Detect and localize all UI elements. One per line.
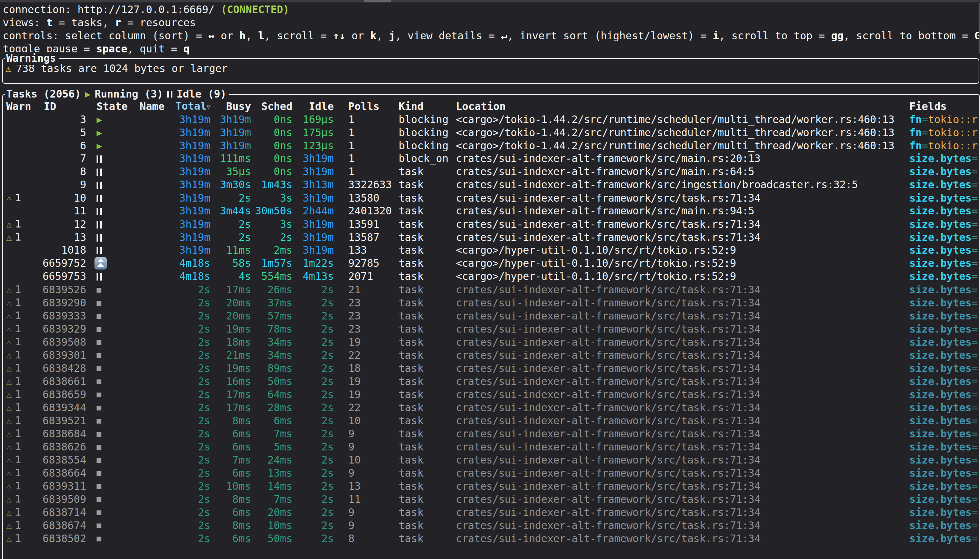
polls-count: 133 — [334, 244, 397, 257]
warn-cell: 1 — [6, 414, 38, 427]
duration-value: 2s — [198, 349, 210, 361]
task-row[interactable]: 168395262s17ms26ms2s21taskcrates/sui-ind… — [6, 283, 979, 296]
column-header-state[interactable]: State — [86, 100, 129, 113]
duration-value: 16ms — [226, 375, 251, 387]
help-segment: ↔ — [208, 30, 215, 42]
task-row[interactable]: 168393112s10ms14ms2s13taskcrates/sui-ind… — [6, 480, 979, 493]
task-id: 1018 — [38, 244, 86, 257]
terminal-right-scrollbar[interactable] — [978, 3, 980, 53]
task-row[interactable]: 66597534m18s4s554ms4m13s2071task<cargo>/… — [6, 270, 979, 283]
warn-count: 1 — [15, 480, 21, 492]
field-key: size.bytes — [909, 270, 972, 282]
terminal-top-scrollbar-thumb[interactable] — [364, 0, 391, 2]
task-row[interactable]: 168385542s7ms24ms2s10taskcrates/sui-inde… — [6, 453, 979, 466]
task-kind: task — [397, 362, 455, 375]
task-fields: size.bytes= — [905, 453, 980, 466]
task-row[interactable]: 1103h19m2s3s3h19m13580taskcrates/sui-ind… — [6, 191, 979, 204]
task-row[interactable]: 168393332s20ms57ms2s23taskcrates/sui-ind… — [6, 309, 979, 322]
field-key: size.bytes — [909, 218, 972, 230]
warn-count: 1 — [15, 322, 21, 335]
task-row[interactable]: 168392902s20ms37ms2s23taskcrates/sui-ind… — [6, 296, 979, 309]
column-header-fields[interactable]: Fields — [905, 100, 980, 113]
task-row[interactable]: 10183h19m11ms2ms3h19m133task<cargo>/hype… — [6, 244, 979, 257]
task-kind: task — [397, 165, 455, 178]
task-row[interactable]: 168386612s16ms50ms2s19taskcrates/sui-ind… — [6, 375, 979, 388]
field-key: size.bytes — [909, 415, 972, 427]
polls-count: 18 — [334, 362, 397, 375]
column-header-idle[interactable]: Idle — [292, 100, 334, 113]
field-equals: = — [972, 467, 978, 479]
column-header-name[interactable]: Name — [129, 100, 164, 113]
task-row[interactable]: 168395092s8ms7ms2s11taskcrates/sui-index… — [6, 493, 979, 506]
task-row[interactable]: 168395082s18ms34ms2s19taskcrates/sui-ind… — [6, 335, 979, 349]
task-row[interactable]: 168386642s6ms13ms2s9taskcrates/sui-index… — [6, 466, 979, 480]
help-segment: i — [713, 30, 719, 42]
task-row[interactable]: 168393292s19ms78ms2s23taskcrates/sui-ind… — [6, 322, 979, 335]
column-header-location[interactable]: Location — [455, 100, 905, 113]
total-duration: 2s — [164, 532, 210, 545]
warning-icon — [6, 427, 12, 440]
task-row[interactable]: 93h19m3m30s1m43s3h13m3322633taskcrates/s… — [6, 178, 979, 191]
terminal-top-scrollbar[interactable] — [0, 0, 980, 2]
controls-line: controls: select column (sort) = ↔ or h,… — [3, 29, 980, 42]
duration-value: 3h19m — [303, 165, 334, 177]
field-equals: = — [972, 402, 978, 413]
polls-count: 19 — [334, 336, 397, 349]
duration-value: 2s — [321, 533, 334, 544]
task-row[interactable]: 1123h19m2s3s3h19m13591taskcrates/sui-ind… — [6, 217, 979, 231]
column-header-label: State — [96, 100, 127, 112]
field-equals: = — [972, 270, 978, 282]
warn-count: 1 — [15, 506, 21, 518]
state-cell — [86, 349, 129, 362]
polls-count: 10 — [334, 453, 397, 466]
total-duration: 3h19m — [164, 204, 210, 217]
duration-value: 175µs — [303, 126, 334, 139]
warn-cell: 1 — [6, 335, 38, 349]
duration-value: 2s — [198, 493, 210, 505]
column-header-id[interactable]: ID — [38, 100, 86, 113]
task-id: 6838661 — [38, 375, 86, 388]
sched-duration: 0ns — [251, 152, 292, 165]
column-header-sched[interactable]: Sched — [251, 100, 292, 113]
field-equals: = — [972, 506, 978, 518]
task-kind: task — [397, 532, 455, 545]
warning-icon — [6, 440, 12, 453]
field-value: tokio::r — [928, 126, 978, 139]
task-row[interactable]: 168386742s8ms10ms2s9taskcrates/sui-index… — [6, 519, 979, 532]
task-row[interactable]: 53h19m3h19m0ns175µs1blocking<cargo>/toki… — [6, 126, 979, 139]
total-duration: 3h19m — [164, 165, 210, 178]
duration-value: 30m50s — [255, 205, 292, 217]
column-header-polls[interactable]: Polls — [334, 100, 397, 113]
total-duration: 3h19m — [164, 218, 210, 231]
task-row[interactable]: 168387142s6ms20ms2s9taskcrates/sui-index… — [6, 506, 979, 519]
task-row[interactable]: 73h19m111ms0ns3h19m1block_oncrates/sui-i… — [6, 152, 979, 165]
task-row[interactable]: 168386842s6ms7ms2s9taskcrates/sui-indexe… — [6, 427, 979, 440]
task-row[interactable]: 168393012s21ms34ms2s22taskcrates/sui-ind… — [6, 349, 979, 362]
state-cell — [86, 336, 129, 349]
task-row[interactable]: 1133h19m2s2s3h19m13587taskcrates/sui-ind… — [6, 231, 979, 244]
task-row[interactable]: 168395212s8ms6ms2s10taskcrates/sui-index… — [6, 414, 979, 427]
column-header-kind[interactable]: Kind — [397, 100, 455, 113]
polls-count: 23 — [334, 322, 397, 336]
task-row[interactable]: 113h19m3m44s30m50s2h44m2401320taskcrates… — [6, 204, 979, 217]
column-header-busy[interactable]: Busy — [210, 100, 251, 113]
busy-duration: 4s — [210, 270, 251, 283]
task-row[interactable]: 83h19m35µs0ns3h19m1taskcrates/sui-indexe… — [6, 165, 979, 178]
task-location: crates/sui-indexer-alt-framework/src/tas… — [455, 506, 905, 519]
task-row[interactable]: 66597524m18s58s1m57s1m22s92785task<cargo… — [6, 257, 979, 270]
duration-value: 2s — [321, 375, 334, 387]
task-row[interactable]: 168386592s17ms64ms2s19taskcrates/sui-ind… — [6, 388, 979, 401]
help-segment: h — [239, 30, 245, 42]
column-header-total[interactable]: Total▿ — [164, 99, 210, 113]
task-row[interactable]: 63h19m3h19m0ns123µs1blocking<cargo>/toki… — [6, 139, 979, 152]
task-row[interactable]: 168386262s6ms5ms2s9taskcrates/sui-indexe… — [6, 440, 979, 453]
help-segment: , scroll to top = — [719, 30, 831, 42]
polls-count: 9 — [334, 466, 397, 480]
task-fields: size.bytes= — [905, 349, 980, 362]
task-row[interactable]: 33h19m3h19m0ns169µs1blocking<cargo>/toki… — [6, 113, 979, 126]
task-row[interactable]: 168393442s17ms28ms2s22taskcrates/sui-ind… — [6, 401, 979, 414]
column-header-warn[interactable]: Warn — [6, 100, 38, 113]
state-cell — [86, 466, 129, 480]
task-row[interactable]: 168384282s19ms89ms2s18taskcrates/sui-ind… — [6, 362, 979, 375]
task-row[interactable]: 168385022s6ms50ms2s8taskcrates/sui-index… — [6, 532, 979, 545]
